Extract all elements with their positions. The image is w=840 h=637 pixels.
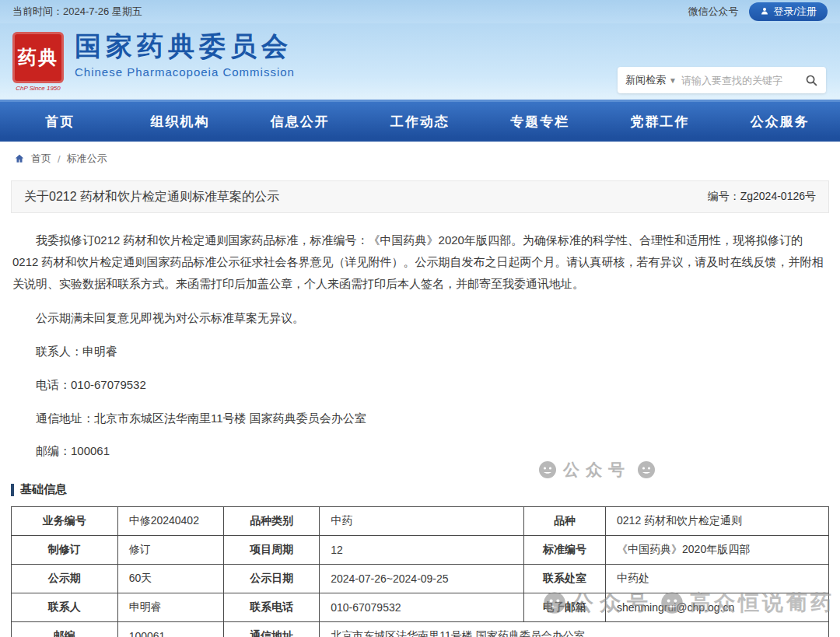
pharmacopoeia-seal-logo: 药典 xyxy=(12,32,64,83)
nav-item-work-updates[interactable]: 工作动态 xyxy=(360,113,480,131)
search-icon[interactable] xyxy=(805,74,818,87)
contact-person-line: 联系人：申明睿 xyxy=(12,341,828,362)
site-subtitle-en: Chinese Pharmacopoeia Commission xyxy=(75,65,295,79)
main-navigation: 首页 组织机构 信息公开 工作动态 专题专栏 党群工作 公众服务 xyxy=(0,100,840,142)
info-label: 业务编号 xyxy=(12,507,118,536)
section-accent-bar xyxy=(11,484,14,496)
seal-text: 药典 xyxy=(18,45,58,70)
info-label: 联系处室 xyxy=(523,565,605,593)
info-value: shenmingrui@chp.og.cn xyxy=(606,593,829,622)
info-value: 12 xyxy=(320,536,524,565)
breadcrumb-home-link[interactable]: 首页 xyxy=(31,152,51,166)
login-register-button[interactable]: 登录/注册 xyxy=(749,2,828,21)
wechat-official-link[interactable]: 微信公众号 xyxy=(688,5,738,19)
chevron-down-icon: ▼ xyxy=(669,76,677,85)
article-paragraph: 公示期满未回复意见即视为对公示标准草案无异议。 xyxy=(12,307,828,329)
article-content: 关于0212 药材和饮片检定通则标准草案的公示 编号：Zg2024-0126号 … xyxy=(11,180,829,637)
table-row: 公示期60天公示日期2024-07-26~2024-09-25联系处室中药处 xyxy=(12,565,829,593)
table-row: 联系人申明睿联系电话010-67079532电子邮箱shenmingrui@ch… xyxy=(12,593,829,622)
contact-phone-line: 电话：010-67079532 xyxy=(12,374,828,396)
nav-item-information-disclosure[interactable]: 信息公开 xyxy=(240,113,360,131)
info-label: 制修订 xyxy=(12,536,118,565)
table-row: 业务编号中修20240402品种类别中药品种0212 药材和饮片检定通则 xyxy=(12,507,829,536)
page-title: 关于0212 药材和饮片检定通则标准草案的公示 xyxy=(24,189,279,205)
table-row: 邮编100061通信地址北京市东城区法华南里11号楼 国家药典委员会办公室 xyxy=(12,622,829,637)
site-header: 药典 ChP Since 1950 国家药典委员会 Chinese Pharma… xyxy=(0,23,840,100)
contact-address-line: 通信地址：北京市东城区法华南里11号楼 国家药典委员会办公室 xyxy=(12,408,828,429)
info-value: 《中国药典》2020年版四部 xyxy=(606,536,829,565)
search-category-label: 新闻检索 xyxy=(625,73,666,87)
home-icon xyxy=(14,153,25,164)
info-label: 品种 xyxy=(523,507,605,536)
current-time-label: 当前时间：2024-7-26 星期五 xyxy=(12,5,142,19)
info-label: 电子邮箱 xyxy=(523,593,605,622)
info-value: 北京市东城区法华南里11号楼 国家药典委员会办公室 xyxy=(320,622,829,637)
search-input[interactable] xyxy=(681,75,800,86)
table-row: 制修订修订项目周期12标准编号《中国药典》2020年版四部 xyxy=(12,536,829,565)
info-label: 联系电话 xyxy=(224,593,320,622)
nav-item-party-work[interactable]: 党群工作 xyxy=(600,113,719,131)
info-value: 010-67079532 xyxy=(320,593,524,622)
nav-item-organization[interactable]: 组织机构 xyxy=(120,113,240,131)
article-title-bar: 关于0212 药材和饮片检定通则标准草案的公示 编号：Zg2024-0126号 xyxy=(11,180,829,213)
top-utility-bar: 当前时间：2024-7-26 星期五 微信公众号 登录/注册 xyxy=(0,0,840,23)
breadcrumb: 首页 / 标准公示 xyxy=(0,142,840,176)
nav-item-home[interactable]: 首页 xyxy=(0,113,120,131)
info-value: 中修20240402 xyxy=(117,507,224,536)
article-body: 我委拟修订0212 药材和饮片检定通则国家药品标准，标准编号：《中国药典》202… xyxy=(11,213,829,462)
info-value: 修订 xyxy=(117,536,224,565)
info-value: 100061 xyxy=(117,622,224,637)
basic-info-table: 业务编号中修20240402品种类别中药品种0212 药材和饮片检定通则制修订修… xyxy=(11,506,829,637)
info-label: 邮编 xyxy=(12,622,118,637)
info-label: 通信地址 xyxy=(224,622,320,637)
contact-zipcode-line: 邮编：100061 xyxy=(12,440,828,462)
info-label: 公示日期 xyxy=(224,565,320,593)
nav-item-special-topics[interactable]: 专题专栏 xyxy=(480,113,600,131)
section-title: 基础信息 xyxy=(20,482,67,497)
login-register-label: 登录/注册 xyxy=(773,5,817,19)
info-label: 联系人 xyxy=(12,593,118,622)
article-paragraph: 我委拟修订0212 药材和饮片检定通则国家药品标准，标准编号：《中国药典》202… xyxy=(12,229,828,294)
info-value: 中药处 xyxy=(606,565,829,593)
info-value: 申明睿 xyxy=(117,593,224,622)
seal-caption: ChP Since 1950 xyxy=(12,85,64,92)
info-value: 中药 xyxy=(320,507,524,536)
info-value: 60天 xyxy=(117,565,224,593)
site-title: 国家药典委员会 xyxy=(75,32,295,61)
info-label: 公示期 xyxy=(12,565,118,593)
nav-item-public-services[interactable]: 公众服务 xyxy=(720,113,840,131)
info-value: 0212 药材和饮片检定通则 xyxy=(606,507,829,536)
breadcrumb-current: 标准公示 xyxy=(67,152,107,166)
basic-info-section-header: 基础信息 xyxy=(11,482,829,497)
user-icon xyxy=(760,6,769,18)
search-box: 新闻检索 ▼ xyxy=(618,67,826,93)
info-label: 标准编号 xyxy=(523,536,605,565)
info-value: 2024-07-26~2024-09-25 xyxy=(320,565,524,593)
site-logo[interactable]: 药典 ChP Since 1950 国家药典委员会 Chinese Pharma… xyxy=(12,32,295,92)
search-category-dropdown[interactable]: 新闻检索 ▼ xyxy=(625,73,677,87)
document-number: 编号：Zg2024-0126号 xyxy=(708,190,816,204)
breadcrumb-separator: / xyxy=(58,153,61,165)
info-label: 品种类别 xyxy=(224,507,320,536)
info-label: 项目周期 xyxy=(224,536,320,565)
